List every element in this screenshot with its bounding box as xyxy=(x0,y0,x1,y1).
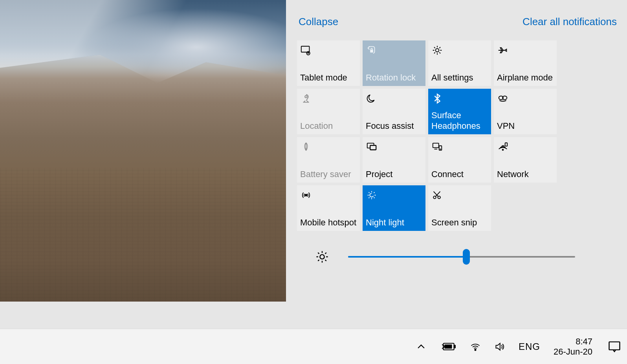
network-icon xyxy=(497,141,509,153)
tile-focus-assist[interactable]: Focus assist xyxy=(363,89,425,134)
svg-point-4 xyxy=(305,96,307,98)
brightness-slider[interactable] xyxy=(348,256,575,258)
collapse-button[interactable]: Collapse xyxy=(299,16,338,28)
tile-vpn[interactable]: VPN xyxy=(494,89,557,134)
action-center-header: Collapse Clear all notifications xyxy=(299,16,617,28)
svg-rect-2 xyxy=(370,50,373,53)
tile-label: All settings xyxy=(431,73,488,83)
tablet-icon xyxy=(300,44,312,56)
battery-tray-icon[interactable] xyxy=(440,341,456,352)
svg-point-17 xyxy=(371,193,374,196)
tile-airplane-mode[interactable]: Airplane mode xyxy=(494,40,557,86)
tile-rotation-lock[interactable]: Rotation lock xyxy=(363,40,425,86)
tile-label: Project xyxy=(366,169,422,179)
gear-icon xyxy=(431,44,443,56)
tile-label: Tablet mode xyxy=(300,73,357,83)
tray-overflow-button[interactable] xyxy=(416,341,427,352)
svg-point-24 xyxy=(475,349,476,350)
tile-battery-saver[interactable]: Battery saver xyxy=(297,137,360,183)
tile-label: Night light xyxy=(366,218,422,228)
svg-rect-8 xyxy=(370,145,376,150)
tile-network[interactable]: Network xyxy=(494,137,557,183)
svg-point-12 xyxy=(440,149,440,149)
desktop-wallpaper[interactable] xyxy=(0,0,286,302)
location-icon xyxy=(300,93,312,104)
svg-point-13 xyxy=(502,149,504,150)
svg-rect-10 xyxy=(433,143,439,148)
tile-connect[interactable]: Connect xyxy=(428,137,491,183)
vpn-icon xyxy=(497,93,509,104)
bluetooth-icon xyxy=(431,93,443,104)
svg-point-19 xyxy=(438,196,440,199)
brightness-slider-thumb[interactable] xyxy=(463,249,470,265)
tile-label: Battery saver xyxy=(300,169,357,179)
connect-icon xyxy=(431,141,443,153)
tile-screen-snip[interactable]: Screen snip xyxy=(428,185,491,231)
tile-label: Focus assist xyxy=(366,121,422,131)
quick-action-tiles: Tablet modeRotation lockAll settingsAirp… xyxy=(297,40,618,231)
tile-project[interactable]: Project xyxy=(363,137,425,183)
snip-icon xyxy=(431,189,443,201)
hotspot-icon xyxy=(300,189,312,201)
svg-rect-14 xyxy=(505,143,508,146)
action-center-tray-icon[interactable] xyxy=(607,340,622,354)
svg-rect-22 xyxy=(454,345,455,348)
tile-label: Screen snip xyxy=(431,218,488,228)
project-icon xyxy=(366,141,378,153)
svg-point-15 xyxy=(305,194,307,196)
language-indicator[interactable]: ENG xyxy=(519,341,540,352)
tile-tablet-mode[interactable]: Tablet mode xyxy=(297,40,360,86)
brightness-icon xyxy=(315,250,329,264)
clock[interactable]: 8:47 26-Jun-20 xyxy=(554,337,594,357)
tile-bluetooth[interactable]: Surface Headphones xyxy=(428,89,491,134)
tile-label: Network xyxy=(497,169,554,179)
tile-all-settings[interactable]: All settings xyxy=(428,40,491,86)
clear-notifications-button[interactable]: Clear all notifications xyxy=(522,16,617,28)
leaf-icon xyxy=(300,141,312,153)
clock-date: 26-Jun-20 xyxy=(554,347,592,357)
svg-rect-25 xyxy=(609,342,620,349)
night-light-icon xyxy=(366,189,378,201)
wifi-tray-icon[interactable] xyxy=(470,341,481,352)
tile-label: Rotation lock xyxy=(366,73,422,83)
airplane-icon xyxy=(497,44,509,56)
tile-label: Connect xyxy=(431,169,488,179)
svg-point-18 xyxy=(433,196,436,199)
action-center-panel: Collapse Clear all notifications Tablet … xyxy=(286,0,627,302)
rotation-lock-icon xyxy=(366,44,378,56)
tile-label: Surface Headphones xyxy=(431,110,488,131)
svg-point-20 xyxy=(320,254,324,259)
tile-label: Mobile hotspot xyxy=(300,218,357,228)
clock-time: 8:47 xyxy=(576,337,592,346)
taskbar[interactable]: ENG 8:47 26-Jun-20 xyxy=(0,329,627,364)
svg-point-3 xyxy=(436,49,439,52)
volume-tray-icon[interactable] xyxy=(494,341,505,352)
tile-label: VPN xyxy=(497,121,554,131)
tile-label: Location xyxy=(300,121,357,131)
tile-location[interactable]: Location xyxy=(297,89,360,134)
windows-desktop: Collapse Clear all notifications Tablet … xyxy=(0,0,627,364)
moon-icon xyxy=(366,93,378,104)
brightness-control xyxy=(297,250,618,264)
tile-mobile-hotspot[interactable]: Mobile hotspot xyxy=(297,185,360,231)
tile-label: Airplane mode xyxy=(497,73,554,83)
tile-night-light[interactable]: Night light xyxy=(363,185,425,231)
